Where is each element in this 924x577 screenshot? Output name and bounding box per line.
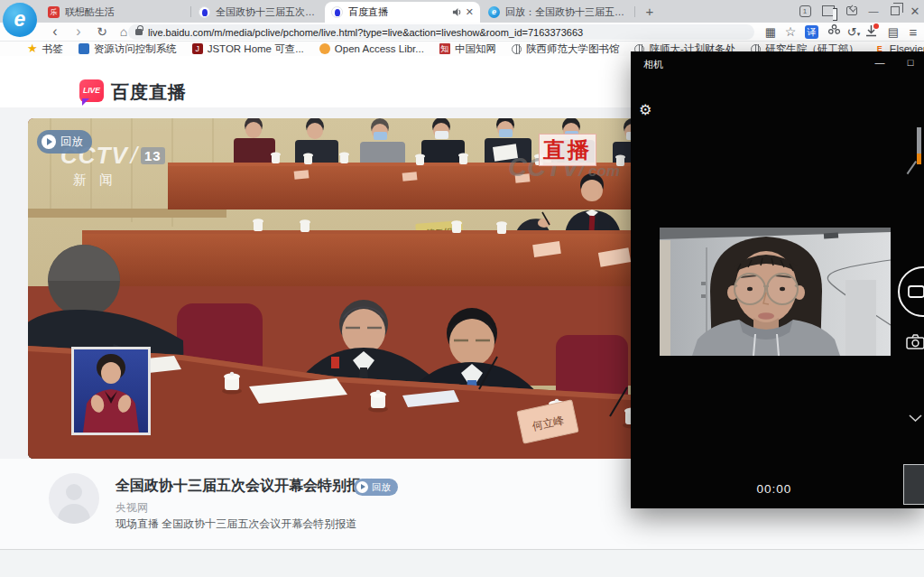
- camera-window-title: 相机: [643, 58, 663, 71]
- sidebar-icon[interactable]: ▤: [884, 23, 902, 41]
- play-icon: [42, 135, 56, 149]
- tab-label: 回放：全国政协十三届五次会议开: [505, 5, 625, 19]
- bookmark-star-icon: ★: [27, 43, 38, 54]
- secure-lock-icon: [135, 29, 143, 35]
- window-restore-button[interactable]: [884, 0, 906, 22]
- video-camera-icon: [908, 284, 924, 299]
- grid-icon[interactable]: ▦: [762, 23, 780, 41]
- video-description: 现场直播 全国政协十三届五次会议开幕会特别报道: [116, 517, 356, 532]
- camera-maximize-button[interactable]: □: [898, 53, 923, 71]
- bookmarks-root[interactable]: ★书签: [27, 42, 63, 56]
- tab-label: 百度直播: [348, 5, 448, 19]
- address-bar[interactable]: [128, 24, 754, 40]
- video-player[interactable]: 第二组: [28, 118, 693, 459]
- bookmark-favicon: [319, 43, 330, 54]
- refresh-button[interactable]: ↻: [92, 23, 112, 42]
- window-minimize-button[interactable]: —: [863, 0, 884, 22]
- take-photo-icon[interactable]: [906, 334, 924, 349]
- zoom-slider-tip: [917, 154, 921, 164]
- lenovo-life-favicon: 乐: [48, 6, 60, 18]
- lenovo-browser-favicon: e: [488, 6, 500, 18]
- bookmark-favicon: 知: [439, 43, 450, 54]
- record-video-button[interactable]: [898, 266, 924, 317]
- tab-label: 联想酷生活: [65, 5, 183, 19]
- split-screen-icon[interactable]: [818, 0, 839, 22]
- baidu-favicon: [331, 6, 343, 18]
- site-brand-title[interactable]: 百度直播: [111, 80, 187, 105]
- bookmark-item[interactable]: 陕西师范大学图书馆: [512, 42, 620, 56]
- gallery-thumbnail[interactable]: [903, 464, 924, 505]
- tab-separator: [190, 6, 191, 17]
- tab-baidu-live[interactable]: 百度直播 ✕: [325, 2, 480, 23]
- window-close-button[interactable]: ✕: [904, 0, 924, 22]
- publisher-name: 央视网: [116, 500, 148, 516]
- translate-icon[interactable]: 译: [805, 25, 818, 39]
- zoom-slider: [917, 127, 921, 154]
- globe-icon: [512, 44, 522, 54]
- tab-cppcc-search[interactable]: 全国政协十三届五次会议开幕_百度: [192, 2, 323, 23]
- baidu-favicon: [199, 6, 210, 18]
- bookmark-item[interactable]: Open Access Libr...: [319, 43, 424, 54]
- sign-language-inset: [71, 347, 151, 435]
- tab-close-icon[interactable]: ✕: [466, 6, 474, 18]
- play-icon: [356, 481, 368, 493]
- download-alert-dot: [873, 23, 879, 29]
- recording-timer: 00:00: [747, 482, 801, 496]
- bookmark-item[interactable]: 资源访问控制系统: [79, 42, 177, 56]
- favorite-star-icon[interactable]: ☆: [781, 23, 799, 41]
- camera-minimize-button[interactable]: —: [867, 53, 892, 71]
- taskbar: [0, 549, 924, 577]
- forward-button[interactable]: ›: [69, 23, 88, 42]
- camera-settings-gear-icon[interactable]: ⚙: [639, 101, 651, 118]
- workspaces-icon[interactable]: [841, 0, 863, 22]
- player-replay-button[interactable]: 回放: [37, 130, 92, 154]
- live-badge: 直播: [539, 134, 596, 166]
- tab-label: 全国政协十三届五次会议开幕_百度: [216, 5, 317, 19]
- bookmark-favicon: [79, 43, 89, 54]
- tab-lenovo-life[interactable]: 乐 联想酷生活: [42, 2, 189, 23]
- tab-count-icon[interactable]: 1: [794, 0, 816, 22]
- bookmark-item[interactable]: 知中国知网: [439, 42, 496, 56]
- video-title: 全国政协十三届五次会议开幕会特别报道: [116, 477, 375, 496]
- baidu-live-logo-icon[interactable]: LIVE: [79, 79, 104, 102]
- zoom-slider-line: [907, 161, 917, 174]
- undo-icon[interactable]: ↺▾: [845, 23, 863, 41]
- browser-tab-bar: 乐 联想酷生活 全国政协十三届五次会议开幕_百度 百度直播 ✕ e 回放：全国政…: [0, 0, 924, 23]
- bookmark-item[interactable]: JJSTOR Home 可查...: [192, 42, 304, 56]
- replay-status-badge: 回放: [354, 479, 398, 496]
- url-input[interactable]: [148, 27, 747, 38]
- webcam-feed: [660, 228, 891, 356]
- back-button[interactable]: ‹: [45, 23, 65, 42]
- bookmark-favicon: J: [192, 43, 203, 54]
- tab-separator: [634, 6, 635, 17]
- publisher-avatar: [49, 473, 99, 524]
- camera-app-window: 相机 — □ ⚙: [631, 51, 924, 508]
- menu-icon[interactable]: ≡: [904, 23, 922, 41]
- tab-audio-icon[interactable]: [452, 7, 462, 17]
- lenovo-browser-logo[interactable]: e: [3, 3, 37, 37]
- tab-replay-cppcc[interactable]: e 回放：全国政协十三届五次会议开: [482, 2, 632, 23]
- chevron-down-icon[interactable]: [909, 414, 922, 422]
- new-tab-button[interactable]: +: [639, 0, 661, 22]
- collection-icon[interactable]: [825, 23, 843, 41]
